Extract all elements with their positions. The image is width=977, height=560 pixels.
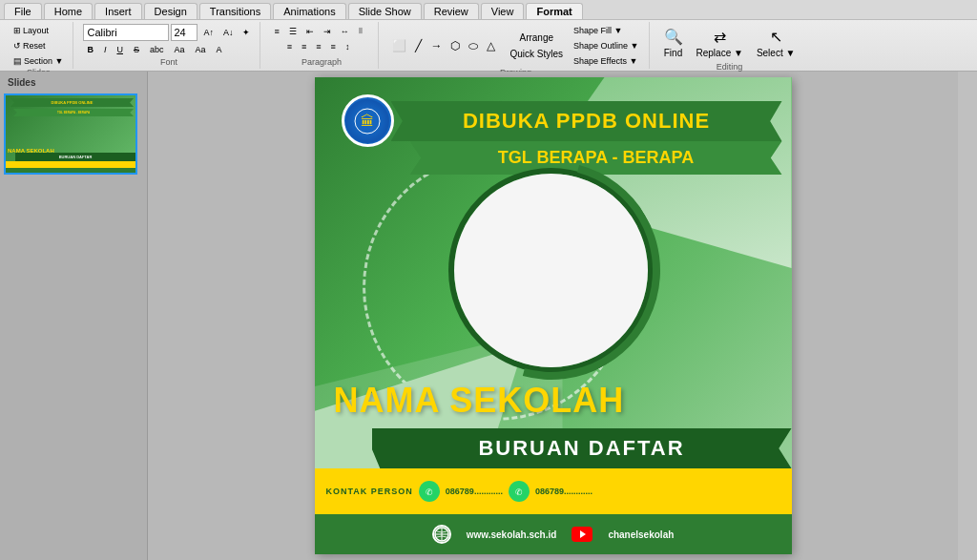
buruan-text: BURUAN DAFTAR bbox=[410, 436, 754, 461]
triangle-button[interactable]: △ bbox=[483, 37, 499, 54]
slides-panel-header: Slides bbox=[4, 75, 143, 90]
tab-review[interactable]: Review bbox=[424, 3, 479, 19]
increase-indent-button[interactable]: ⇥ bbox=[320, 24, 335, 38]
underline-button[interactable]: U bbox=[113, 43, 127, 56]
oval-button[interactable]: ⬭ bbox=[465, 37, 482, 54]
section-button[interactable]: ▤ Section ▼ bbox=[10, 54, 67, 68]
find-button[interactable]: 🔍 Find bbox=[659, 24, 688, 62]
align-center-button[interactable]: ≡ bbox=[298, 40, 310, 53]
font-size-input[interactable] bbox=[171, 24, 197, 41]
font-group-label: Font bbox=[83, 57, 254, 67]
phone-number-1: 086789............ bbox=[446, 487, 503, 496]
decrease-font-button[interactable]: A↓ bbox=[219, 26, 238, 39]
tab-home[interactable]: Home bbox=[44, 3, 93, 19]
paragraph-group-label: Paragraph bbox=[270, 57, 372, 67]
quick-styles-button[interactable]: Quick Styles bbox=[506, 47, 567, 61]
drawing-content: ⬜ ╱ → ⬡ ⬭ △ Arrange Quick Styles Shape F… bbox=[388, 24, 642, 68]
shape-fill-button[interactable]: Shape Fill ▼ bbox=[570, 24, 642, 37]
ribbon-group-font: A↑ A↓ ✦ B I U S abc Aa Aa A Font bbox=[77, 22, 260, 69]
font-name-input[interactable] bbox=[83, 24, 169, 41]
select-button[interactable]: ↖ Select ▼ bbox=[752, 24, 800, 62]
school-name-container: NAMA SEKOLAH bbox=[334, 381, 625, 421]
tab-transitions[interactable]: Transitions bbox=[199, 3, 271, 19]
canvas-area: 🏛 DIBUKA PPDB ONLINE TGL BERAPA - BERAPA bbox=[148, 72, 958, 560]
slides-panel: Slides DIBUKA PPDB ONLINE TGL BERAPA - B… bbox=[0, 72, 148, 560]
tab-animations[interactable]: Animations bbox=[273, 3, 345, 19]
app-body: Slides DIBUKA PPDB ONLINE TGL BERAPA - B… bbox=[0, 72, 977, 560]
ppdb-text: DIBUKA PPDB ONLINE bbox=[420, 109, 754, 134]
reset-icon: ↺ bbox=[13, 41, 21, 51]
channel-text: chanelsekolah bbox=[608, 529, 674, 540]
svg-text:✆: ✆ bbox=[515, 487, 523, 497]
ribbon-group-drawing: ⬜ ╱ → ⬡ ⬭ △ Arrange Quick Styles Shape F… bbox=[383, 22, 649, 69]
whatsapp-icon-1: ✆ bbox=[419, 481, 440, 502]
layout-icon: ⊞ bbox=[13, 26, 21, 35]
ribbon-group-paragraph: ≡ ☰ ⇤ ⇥ ↔ ⫴ ≡ ≡ ≡ ≡ ↕ Paragraph bbox=[264, 22, 379, 69]
tgl-text: TGL BERAPA - BERAPA bbox=[439, 148, 754, 168]
tab-slideshow[interactable]: Slide Show bbox=[348, 3, 422, 19]
slide-thumbnail[interactable]: DIBUKA PPDB ONLINE TGL BERAPA - BERAPA N… bbox=[4, 93, 137, 175]
website-text: www.sekolah.sch.id bbox=[467, 529, 557, 540]
kontak-label: KONTAK PERSON bbox=[326, 487, 413, 496]
align-left-button[interactable]: ≡ bbox=[283, 40, 296, 53]
ribbon-group-editing: 🔍 Find ⇄ Replace ▼ ↖ Select ▼ Editing bbox=[654, 22, 806, 69]
school-logo: 🏛 bbox=[342, 94, 394, 147]
decrease-indent-button[interactable]: ⇤ bbox=[302, 24, 318, 38]
slides-group-content: ⊞ Layout ↺ Reset ▤ Section ▼ bbox=[10, 24, 67, 68]
shape-outline-button[interactable]: Shape Outline ▼ bbox=[570, 39, 642, 52]
bold-button[interactable]: B bbox=[83, 43, 97, 56]
school-name-text: NAMA SEKOLAH bbox=[334, 381, 625, 421]
columns-button[interactable]: ⫴ bbox=[355, 24, 366, 38]
font-aa-button[interactable]: Aa bbox=[192, 43, 210, 56]
phone-number-2: 086789............ bbox=[535, 487, 592, 496]
find-icon: 🔍 bbox=[664, 28, 683, 46]
textbox-button[interactable]: ⬡ bbox=[447, 37, 464, 54]
replace-icon: ⇄ bbox=[714, 28, 726, 46]
clear-format-button[interactable]: ✦ bbox=[239, 26, 254, 39]
tab-view[interactable]: View bbox=[481, 3, 525, 19]
shape-effects-button[interactable]: Shape Effects ▼ bbox=[570, 54, 642, 68]
replace-button[interactable]: ⇄ Replace ▼ bbox=[692, 24, 748, 62]
italic-button[interactable]: I bbox=[100, 43, 111, 56]
slide-canvas[interactable]: 🏛 DIBUKA PPDB ONLINE TGL BERAPA - BERAPA bbox=[315, 77, 792, 554]
increase-font-button[interactable]: A↑ bbox=[199, 26, 218, 39]
bottom-green-bar: www.sekolah.sch.id chanelsekolah bbox=[315, 514, 792, 554]
tab-design[interactable]: Design bbox=[144, 3, 197, 19]
bullet-list-button[interactable]: ≡ bbox=[270, 24, 282, 38]
tab-file[interactable]: File bbox=[4, 3, 42, 19]
line-spacing-button[interactable]: ↕ bbox=[342, 40, 354, 53]
reset-button[interactable]: ↺ Reset bbox=[10, 39, 67, 52]
layout-button[interactable]: ⊞ Layout bbox=[10, 24, 67, 37]
shapes-button[interactable]: ⬜ bbox=[388, 37, 410, 54]
youtube-icon bbox=[572, 527, 592, 542]
font-color-button[interactable]: Aa bbox=[170, 43, 188, 56]
numbered-list-button[interactable]: ☰ bbox=[285, 24, 301, 38]
paragraph-content: ≡ ☰ ⇤ ⇥ ↔ ⫴ ≡ ≡ ≡ ≡ ↕ bbox=[270, 24, 365, 57]
arrow-button[interactable]: → bbox=[426, 37, 446, 54]
poster: 🏛 DIBUKA PPDB ONLINE TGL BERAPA - BERAPA bbox=[315, 77, 792, 554]
section-icon: ▤ bbox=[13, 56, 22, 66]
font-shadow-button[interactable]: abc bbox=[146, 43, 168, 56]
line-button[interactable]: ╱ bbox=[411, 37, 426, 54]
ribbon-tabs: File Home Insert Design Transitions Anim… bbox=[0, 0, 977, 20]
tab-format[interactable]: Format bbox=[526, 3, 582, 19]
right-panel bbox=[958, 72, 977, 560]
select-icon: ↖ bbox=[770, 28, 782, 46]
ribbon: File Home Insert Design Transitions Anim… bbox=[0, 0, 977, 72]
tab-insert[interactable]: Insert bbox=[94, 3, 142, 19]
align-right-button[interactable]: ≡ bbox=[312, 40, 324, 53]
bottom-yellow-bar: KONTAK PERSON ✆ 086789............ ✆ bbox=[315, 468, 792, 514]
strikethrough-button[interactable]: S bbox=[130, 43, 143, 56]
buruan-banner: BURUAN DAFTAR bbox=[372, 428, 792, 468]
globe-icon bbox=[432, 525, 451, 544]
font-group-content: A↑ A↓ ✦ B I U S abc Aa Aa A bbox=[83, 24, 254, 57]
ppdb-banner: DIBUKA PPDB ONLINE bbox=[391, 101, 782, 141]
text-direction-button[interactable]: ↔ bbox=[337, 24, 353, 38]
justify-button[interactable]: ≡ bbox=[327, 40, 340, 53]
editing-group-label: Editing bbox=[659, 62, 800, 72]
svg-text:🏛: 🏛 bbox=[361, 114, 374, 129]
font-aa2-button[interactable]: A bbox=[213, 43, 226, 56]
arrange-button[interactable]: Arrange bbox=[506, 31, 567, 45]
tgl-banner: TGL BERAPA - BERAPA bbox=[410, 141, 782, 175]
editing-content: 🔍 Find ⇄ Replace ▼ ↖ Select ▼ bbox=[659, 24, 800, 62]
